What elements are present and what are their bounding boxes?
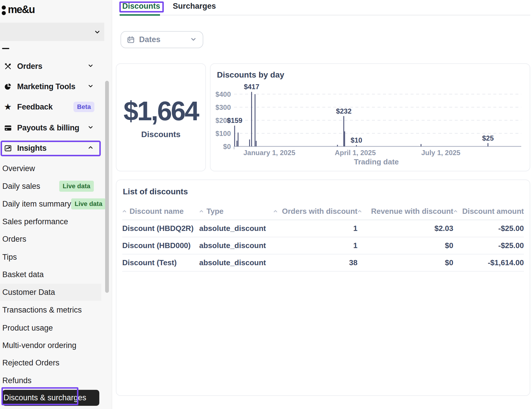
svg-text:$25: $25 (482, 134, 494, 142)
live-data-badge: Live data (59, 181, 94, 192)
table-title: List of discounts (123, 187, 188, 196)
cell-revenue: $0 (357, 241, 453, 250)
column-header-orders-with-discount[interactable]: Orders with discount (273, 207, 357, 216)
sidebar-item-orders[interactable]: Orders (3, 58, 99, 74)
column-header-revenue-with-discount[interactable]: Revenue with discount (357, 207, 453, 216)
cell-type: absolute_discount (199, 224, 273, 233)
beta-badge: Beta (73, 102, 94, 112)
table-row[interactable]: Discount (HBD000) absolute_discount 1 $0… (122, 237, 524, 254)
svg-text:$10: $10 (351, 136, 362, 144)
sort-caret-icon (199, 210, 204, 213)
logo-text: me&u (8, 3, 35, 16)
chevron-down-icon (87, 62, 94, 70)
cell-amount: -$25.00 (453, 241, 524, 250)
sub-item-label: Daily item summary (2, 200, 71, 209)
sidebar-item-customer-data[interactable]: Customer Data (0, 284, 101, 301)
sidebar-item-multi-vendor-ordering[interactable]: Multi-vendor ordering (2, 337, 99, 354)
sidebar-item-rejected-orders[interactable]: Rejected Orders (2, 354, 99, 371)
sub-item-label: Daily sales (2, 182, 40, 191)
column-header-type[interactable]: Type (199, 207, 273, 216)
sub-item-label: Product usage (2, 324, 53, 333)
sort-caret-icon (122, 210, 127, 213)
chevron-down-icon (94, 28, 101, 35)
svg-text:$300: $300 (216, 103, 231, 111)
sidebar-item-overview[interactable]: Overview (2, 160, 99, 177)
column-label: Discount name (130, 207, 184, 216)
sidebar-item-transactions-metrics[interactable]: Transactions & metrics (2, 302, 99, 318)
sidebar-item-insights[interactable]: Insights (3, 140, 99, 156)
svg-text:April 1, 2025: April 1, 2025 (335, 149, 376, 157)
column-label: Orders with discount (282, 207, 357, 216)
dates-filter-button[interactable]: Dates (121, 31, 203, 48)
tab-discounts[interactable]: Discounts (122, 2, 160, 11)
column-header-discount-amount[interactable]: Discount amount (453, 207, 524, 216)
sub-item-label: Basket data (2, 270, 44, 279)
sidebar-item-refunds[interactable]: Refunds (2, 372, 99, 389)
sidebar-scrollbar[interactable] (105, 81, 109, 293)
insights-icon (3, 144, 12, 153)
cell-discount-name: Discount (Test) (122, 258, 199, 267)
svg-text:$0: $0 (223, 143, 231, 150)
sidebar-item-product-usage[interactable]: Product usage (2, 320, 99, 336)
active-tab-underline (120, 14, 160, 16)
table-row[interactable]: Discount (HBDQ2R) absolute_discount 1 $2… (122, 220, 524, 237)
discounts-by-day-chart-card: Discounts by day $0$100$200$300$400Janua… (210, 63, 530, 171)
discounts-table: Discount name Type Orders with discount … (122, 203, 524, 272)
sub-item-label: Transactions & metrics (2, 306, 82, 315)
svg-text:January 1, 2025: January 1, 2025 (243, 149, 295, 157)
sidebar-item-marketing-tools[interactable]: Marketing Tools (3, 78, 99, 95)
sidebar-item-daily-item-summary[interactable]: Daily item summary Live data (2, 195, 99, 212)
svg-text:$159: $159 (227, 116, 242, 124)
table-header-row: Discount name Type Orders with discount … (122, 203, 524, 220)
sort-caret-icon (357, 210, 362, 213)
sub-item-label: Refunds (2, 376, 32, 385)
sort-caret-icon (273, 210, 278, 213)
sub-item-label: Tips (2, 253, 17, 262)
venue-selector[interactable] (0, 23, 104, 41)
sidebar-item-daily-sales[interactable]: Daily sales Live data (2, 178, 99, 195)
sidebar-item-orders-sub[interactable]: Orders (2, 231, 99, 247)
column-header-discount-name[interactable]: Discount name (122, 207, 199, 216)
chevron-up-icon (87, 144, 94, 152)
sub-item-label: Discounts & surcharges (3, 393, 86, 402)
sidebar-item-tips[interactable]: Tips (2, 249, 99, 266)
calendar-icon (127, 36, 135, 44)
column-label: Discount amount (462, 207, 524, 216)
cell-type: absolute_discount (199, 241, 273, 250)
sub-item-label: Rejected Orders (2, 358, 60, 367)
cell-discount-name: Discount (HBDQ2R) (122, 224, 199, 233)
dates-label: Dates (139, 35, 161, 44)
meandu-logo: me&u (2, 3, 35, 16)
logo-dots-icon (2, 6, 6, 15)
sidebar-item-discounts-surcharges[interactable]: Discounts & surcharges (2, 390, 99, 406)
sub-item-label: Customer Data (2, 288, 55, 297)
sidebar-item-label: Marketing Tools (17, 82, 76, 91)
cell-type: absolute_discount (199, 258, 273, 267)
live-data-badge: Live data (71, 198, 106, 209)
chevron-down-icon (87, 124, 94, 132)
sidebar-item-sales-performance[interactable]: Sales performance (2, 213, 99, 230)
cell-amount: -$25.00 (453, 224, 524, 233)
svg-text:$400: $400 (216, 90, 231, 98)
svg-text:Trading date: Trading date (354, 157, 399, 166)
pie-chart-icon (3, 82, 12, 91)
sidebar-item-payouts-billing[interactable]: Payouts & billing (3, 120, 99, 136)
discounts-total-value: $1,664 (123, 96, 198, 126)
main-content: Discounts Surcharges Dates $1,664 Discou… (112, 0, 532, 409)
cell-revenue: $2.03 (357, 224, 453, 233)
sidebar-item-label: Orders (17, 62, 42, 71)
tab-surcharges[interactable]: Surcharges (173, 2, 216, 11)
sidebar-item-feedback[interactable]: ★ Feedback Beta (3, 99, 99, 115)
sidebar-item-basket-data[interactable]: Basket data (2, 266, 99, 283)
svg-text:July 1, 2025: July 1, 2025 (421, 149, 461, 157)
discounts-total-label: Discounts (141, 130, 180, 139)
sub-item-label: Sales performance (2, 217, 68, 226)
star-icon: ★ (3, 103, 12, 111)
sidebar: me&u Orders (0, 0, 112, 409)
collapsed-item-dash (2, 48, 9, 49)
sidebar-item-label: Feedback (17, 103, 53, 112)
column-label: Revenue with discount (371, 207, 453, 216)
svg-text:$100: $100 (216, 130, 231, 137)
sub-item-label: Multi-vendor ordering (2, 341, 76, 350)
table-row[interactable]: Discount (Test) absolute_discount 38 $0 … (122, 254, 524, 272)
